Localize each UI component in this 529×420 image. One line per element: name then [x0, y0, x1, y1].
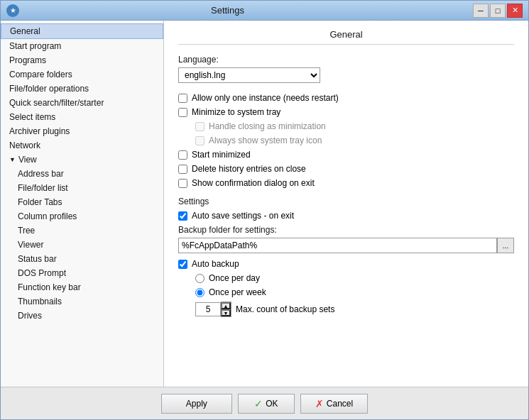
spinner-down-button[interactable]: ▼	[221, 309, 231, 316]
max-backup-label: Max. count of backup sets	[236, 304, 334, 314]
sidebar-item-general[interactable]: General	[1, 23, 163, 39]
title-bar-buttons: ─ □ ✕	[473, 4, 523, 18]
ok-icon: ✓	[254, 398, 263, 409]
title-bar: ★ Settings ─ □ ✕	[1, 1, 528, 21]
sidebar-item-viewer[interactable]: Viewer	[1, 238, 163, 252]
auto-save-checkbox[interactable]	[178, 211, 187, 221]
minimize-tray-label: Minimize to system tray	[192, 107, 280, 117]
allow-one-instance-row: Allow only one instance (needs restart)	[178, 93, 514, 103]
once-per-day-row: Once per day	[178, 273, 514, 283]
sidebar-item-status-bar[interactable]: Status bar	[1, 252, 163, 266]
auto-backup-checkbox[interactable]	[178, 260, 187, 269]
apply-button[interactable]: Apply	[161, 394, 232, 414]
handle-closing-row: Handle closing as minimization	[178, 121, 514, 131]
once-per-day-label: Once per day	[209, 273, 260, 283]
backup-folder-input[interactable]	[178, 238, 497, 253]
language-label: Language:	[178, 55, 514, 65]
handle-closing-label: Handle closing as minimization	[209, 121, 326, 131]
cancel-label: Cancel	[327, 399, 353, 409]
spinner-up-button[interactable]: ▲	[221, 302, 231, 309]
once-per-week-radio[interactable]	[195, 288, 204, 297]
sidebar-item-tree[interactable]: Tree	[1, 223, 163, 238]
show-confirmation-checkbox[interactable]	[178, 179, 187, 188]
cancel-button[interactable]: ✗ Cancel	[300, 394, 368, 414]
sidebar-item-column-profiles[interactable]: Column profiles	[1, 209, 163, 223]
sidebar-item-folder-tabs[interactable]: Folder Tabs	[1, 195, 163, 209]
sidebar-item-file-folder-operations[interactable]: File/folder operations	[1, 82, 163, 96]
sidebar-item-view-group[interactable]: ▼View	[1, 153, 163, 167]
apply-label: Apply	[186, 399, 207, 409]
sidebar-item-thumbnails[interactable]: Thumbnails	[1, 294, 163, 309]
main-panel: General Language: english.lng Allow only…	[164, 21, 528, 387]
always-show-tray-checkbox	[195, 136, 204, 145]
spinner-arrows: ▲ ▼	[221, 302, 231, 317]
minimize-tray-checkbox[interactable]	[178, 108, 187, 117]
delete-history-row: Delete history entries on close	[178, 164, 514, 174]
expand-arrow-icon: ▼	[9, 156, 16, 163]
minimize-button[interactable]: ─	[473, 4, 489, 18]
start-minimized-label: Start minimized	[192, 150, 251, 160]
sidebar-item-start-program[interactable]: Start program	[1, 39, 163, 53]
sidebar-item-select-items[interactable]: Select items	[1, 110, 163, 124]
allow-one-instance-label: Allow only one instance (needs restart)	[192, 93, 339, 103]
sidebar-item-drives[interactable]: Drives	[1, 309, 163, 323]
sidebar-item-compare-folders[interactable]: Compare folders	[1, 67, 163, 82]
delete-history-checkbox[interactable]	[178, 165, 187, 174]
panel-title: General	[178, 29, 514, 45]
auto-backup-label: Auto backup	[192, 259, 239, 269]
allow-one-instance-checkbox[interactable]	[178, 94, 187, 103]
always-show-tray-label: Always show system tray icon	[209, 136, 322, 145]
always-show-tray-row: Always show system tray icon	[178, 136, 514, 145]
footer: Apply ✓ OK ✗ Cancel	[1, 387, 528, 419]
ok-label: OK	[266, 399, 278, 409]
sidebar: GeneralStart programProgramsCompare fold…	[1, 21, 164, 387]
once-per-week-label: Once per week	[209, 287, 266, 297]
handle-closing-checkbox	[195, 122, 204, 131]
max-backup-row: ▲ ▼ Max. count of backup sets	[178, 302, 514, 317]
settings-window: ★ Settings ─ □ ✕ GeneralStart programPro…	[0, 0, 529, 420]
show-confirmation-label: Show confirmation dialog on exit	[192, 178, 315, 188]
close-button[interactable]: ✕	[507, 4, 523, 18]
window-title: Settings	[25, 5, 430, 16]
sidebar-item-file-folder-list[interactable]: File/folder list	[1, 181, 163, 195]
auto-backup-row: Auto backup	[178, 259, 514, 269]
sidebar-item-function-key-bar[interactable]: Function key bar	[1, 280, 163, 294]
sidebar-item-address-bar[interactable]: Address bar	[1, 167, 163, 181]
settings-section-label: Settings	[178, 197, 514, 206]
language-dropdown-row: english.lng	[178, 67, 514, 83]
sidebar-item-quick-search[interactable]: Quick search/filter/starter	[1, 96, 163, 110]
cancel-icon: ✗	[315, 398, 324, 409]
start-minimized-row: Start minimized	[178, 150, 514, 160]
sidebar-item-network[interactable]: Network	[1, 138, 163, 153]
sidebar-item-programs[interactable]: Programs	[1, 53, 163, 67]
auto-save-row: Auto save settings - on exit	[178, 211, 514, 221]
browse-button[interactable]: ...	[497, 238, 514, 253]
backup-folder-row: ...	[178, 238, 514, 253]
once-per-week-row: Once per week	[178, 287, 514, 297]
once-per-day-radio[interactable]	[195, 274, 204, 283]
language-select[interactable]: english.lng	[178, 67, 320, 83]
ok-button[interactable]: ✓ OK	[238, 394, 295, 414]
auto-save-label: Auto save settings - on exit	[192, 211, 294, 221]
sidebar-item-archiver-plugins[interactable]: Archiver plugins	[1, 124, 163, 138]
maximize-button[interactable]: □	[490, 4, 506, 18]
delete-history-label: Delete history entries on close	[192, 164, 306, 174]
app-icon: ★	[6, 4, 19, 17]
backup-folder-label: Backup folder for settings:	[178, 225, 514, 235]
content-area: GeneralStart programProgramsCompare fold…	[1, 21, 528, 387]
minimize-tray-row: Minimize to system tray	[178, 107, 514, 117]
show-confirmation-row: Show confirmation dialog on exit	[178, 178, 514, 188]
max-backup-spinner[interactable]	[195, 302, 221, 316]
sidebar-item-dos-prompt[interactable]: DOS Prompt	[1, 266, 163, 280]
start-minimized-checkbox[interactable]	[178, 150, 187, 160]
